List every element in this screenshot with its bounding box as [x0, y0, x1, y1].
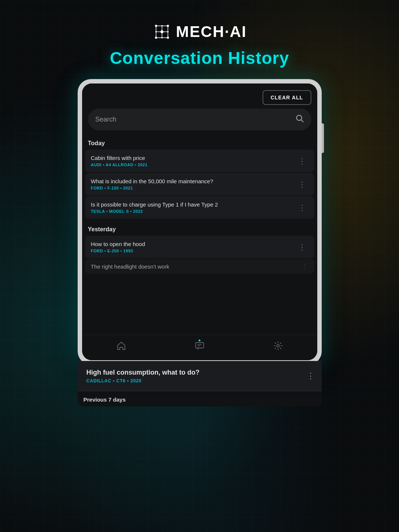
svg-point-0 [160, 30, 163, 33]
svg-rect-23 [196, 342, 204, 348]
page-title: Conversation History [110, 48, 289, 68]
conv-info: How to open the hood FORD • E-250 • 1993 [91, 241, 295, 253]
settings-icon [273, 341, 283, 353]
conv-title: How to open the hood [91, 241, 295, 247]
search-icon [296, 115, 304, 125]
conv-meta: FORD • E-250 • 1993 [91, 249, 295, 253]
yesterday-section-label: Yesterday [82, 222, 317, 236]
partial-title: The right headlight doesn't work [91, 263, 169, 270]
app-content: CLEAR ALL Search Toda [82, 83, 317, 335]
conv-item-maintenance[interactable]: What is included in the 50,000 mile main… [85, 173, 314, 195]
logo-row: MECH·AI [152, 22, 247, 41]
search-placeholder: Search [95, 116, 291, 123]
conv-item-charging[interactable]: Is it possible to charge using Type 1 if… [85, 196, 314, 219]
popup-item[interactable]: High fuel consumption, what to do? CADIL… [78, 361, 322, 391]
tablet-frame: CLEAR ALL Search Toda [78, 79, 322, 365]
item-menu-icon-3[interactable]: ⋮ [295, 241, 308, 253]
nav-settings[interactable] [273, 341, 283, 353]
search-container: Search [82, 109, 317, 136]
logo-icon [152, 22, 172, 41]
bottom-nav [82, 335, 317, 360]
popup-meta: CADILLAC • CT6 • 2020 [87, 378, 307, 383]
nav-chat[interactable] [195, 341, 204, 353]
active-indicator [199, 340, 200, 341]
conv-meta: FORD • F-150 • 2021 [91, 186, 295, 190]
search-bar[interactable]: Search [88, 109, 311, 130]
conv-info: Cabin filters with price AUDI • A4 ALLRO… [91, 155, 295, 167]
svg-point-26 [277, 345, 279, 347]
svg-line-22 [301, 120, 303, 122]
item-menu-icon-2[interactable]: ⋮ [295, 202, 308, 214]
chat-icon [195, 341, 204, 353]
conv-info: Is it possible to charge using Type 1 if… [91, 201, 295, 214]
app-header: MECH·AI Conversation History [110, 0, 289, 68]
conv-info: What is included in the 50,000 mile main… [91, 178, 295, 190]
item-menu-icon-1[interactable]: ⋮ [295, 178, 308, 190]
conv-title: Is it possible to charge using Type 1 if… [91, 201, 295, 208]
conv-item-cabin-filters[interactable]: Cabin filters with price AUDI • A4 ALLRO… [85, 150, 314, 172]
previous-section-container: Previous 7 days [78, 391, 322, 406]
conv-item-hood[interactable]: How to open the hood FORD • E-250 • 1993… [85, 236, 314, 258]
popup-container: High fuel consumption, what to do? CADIL… [78, 361, 322, 391]
popup-menu-icon[interactable]: ⋮ [307, 371, 314, 381]
conv-title: What is included in the 50,000 mile main… [91, 178, 295, 184]
previous-label: Previous 7 days [84, 396, 316, 403]
conv-item-headlight-partial[interactable]: The right headlight doesn't work ⋮ [85, 259, 314, 274]
conv-title: Cabin filters with price [91, 155, 295, 161]
clear-all-button[interactable]: CLEAR ALL [263, 90, 311, 105]
conv-meta: TESLA • MODEL S • 2022 [91, 209, 295, 214]
conv-meta: AUDI • A4 ALLROAD • 2021 [91, 163, 295, 167]
logo-text: MECH·AI [176, 23, 247, 41]
today-section-label: Today [82, 136, 317, 150]
top-bar: CLEAR ALL [82, 83, 317, 109]
tablet-inner: CLEAR ALL Search Toda [82, 83, 317, 360]
popup-info: High fuel consumption, what to do? CADIL… [87, 369, 307, 383]
popup-title: High fuel consumption, what to do? [87, 369, 307, 376]
previous-section: Previous 7 days [78, 391, 322, 406]
home-icon [116, 341, 126, 353]
item-menu-icon-0[interactable]: ⋮ [295, 155, 308, 167]
nav-home[interactable] [116, 341, 126, 353]
